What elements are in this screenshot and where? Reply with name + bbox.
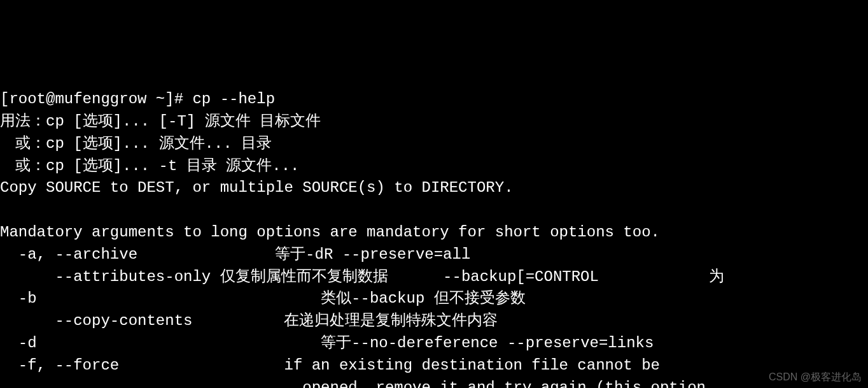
usage-line: Copy SOURCE to DEST, or multiple SOURCE(… — [0, 179, 514, 196]
option-line: --copy-contents 在递归处理是复制特殊文件内容 — [0, 312, 498, 329]
option-line: -f, --force if an existing destination f… — [0, 357, 660, 374]
usage-line: 或：cp [选项]... 源文件... 目录 — [0, 135, 272, 152]
option-line: -b 类似--backup 但不接受参数 — [0, 290, 526, 307]
option-line: opened, remove it and try again (this op… — [0, 379, 706, 388]
usage-line: 或：cp [选项]... -t 目录 源文件... — [0, 157, 299, 175]
terminal-output: [root@mufenggrow ~]# cp --help 用法：cp [选项… — [0, 89, 868, 388]
option-line: -d 等于--no-dereference --preserve=links — [0, 334, 654, 352]
prompt-line: [root@mufenggrow ~]# cp --help — [0, 90, 275, 108]
watermark: CSDN @极客进化岛 — [769, 370, 862, 384]
usage-line: 用法：cp [选项]... [-T] 源文件 目标文件 — [0, 113, 321, 130]
option-line: --attributes-only 仅复制属性而不复制数据 --backup[=… — [0, 268, 724, 285]
option-line: -a, --archive 等于-dR --preserve=all — [0, 246, 470, 263]
usage-line: Mandatory arguments to long options are … — [0, 224, 660, 241]
